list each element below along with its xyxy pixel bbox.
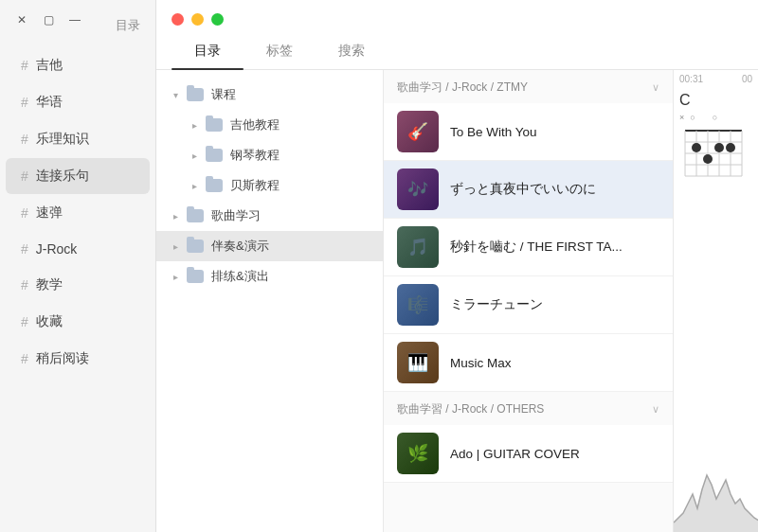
song-title: To Be With You	[450, 125, 537, 139]
tab-catalog[interactable]: 目录	[171, 35, 244, 69]
folder-icon	[187, 209, 204, 222]
svg-point-13	[726, 143, 735, 152]
minimize-button[interactable]	[191, 13, 204, 26]
sidebar-item-jrock[interactable]: # J-Rock	[6, 232, 150, 266]
sidebar-item-teaching[interactable]: # 教学	[6, 267, 150, 303]
sidebar-item-label: 教学	[36, 276, 63, 293]
hash-icon: #	[21, 205, 28, 221]
tree-item-label: 贝斯教程	[230, 177, 371, 194]
close-window-icon[interactable]: ✕	[15, 13, 28, 27]
waveform-area	[674, 456, 758, 532]
sidebar-item-label: 连接乐句	[36, 168, 89, 185]
song-thumbnail: 🎵	[397, 226, 439, 268]
hash-icon: #	[21, 277, 28, 293]
time-start: 00:31	[679, 74, 703, 84]
window-controls	[156, 0, 758, 35]
expand-arrow-icon: ▸	[187, 148, 202, 163]
hash-icon: #	[21, 168, 28, 184]
hash-icon: #	[21, 95, 28, 110]
song-thumbnail: 🎼	[397, 284, 439, 326]
song-title: Ado | GUITAR COVER	[450, 447, 580, 461]
expand-arrow-icon: ▸	[187, 117, 202, 133]
tab-search[interactable]: 搜索	[316, 35, 388, 69]
chord-name: C	[679, 92, 752, 109]
song-title: ミラーチューン	[450, 296, 543, 313]
folder-icon	[206, 179, 223, 192]
minimize-window-icon[interactable]: —	[68, 13, 81, 27]
song-title: Music Max	[450, 356, 512, 370]
tree-item-song-learning[interactable]: ▸ 歌曲学习	[156, 201, 383, 231]
sidebar-item-favorites[interactable]: # 收藏	[6, 304, 150, 340]
sidebar-item-connect[interactable]: # 连接乐句	[6, 158, 150, 194]
expand-arrow-icon: ▸	[168, 269, 183, 284]
close-button[interactable]	[171, 13, 184, 26]
song-thumbnail: 🌿	[397, 433, 439, 474]
sidebar-item-guitar[interactable]: # 吉他	[6, 47, 150, 83]
sidebar-item-speed[interactable]: # 速弹	[6, 195, 150, 231]
song-item-zutto[interactable]: 🎶 ずっと真夜中でいいのに	[384, 161, 673, 219]
sidebar-item-label: 速弹	[36, 204, 63, 222]
song-section-header-others[interactable]: 歌曲学習 / J-Rock / OTHERS ∨	[384, 392, 673, 425]
expand-arrow-icon: ▾	[168, 87, 183, 102]
chevron-down-icon: ∨	[652, 81, 659, 94]
tree-item-label: 排练&演出	[211, 268, 371, 285]
song-thumbnail: 🎶	[397, 168, 439, 210]
folder-icon	[187, 270, 204, 283]
expand-arrow-icon: ▸	[168, 239, 183, 254]
sidebar-item-label: 华语	[36, 94, 63, 111]
sidebar-item-label: 收藏	[36, 313, 63, 330]
hash-icon: #	[21, 132, 28, 147]
svg-point-11	[692, 143, 701, 152]
folder-icon	[206, 118, 223, 132]
tree-item-guitar-tutorial[interactable]: ▸ 吉他教程	[175, 110, 383, 140]
chord-diagram: C ×○○	[674, 88, 758, 199]
song-item-byo[interactable]: 🎵 秒針を嚙む / THE FIRST TA...	[384, 219, 673, 276]
sidebar-item-readlater[interactable]: # 稍后阅读	[6, 341, 150, 377]
song-thumbnail: 🎹	[397, 342, 439, 383]
song-item-mirror[interactable]: 🎼 ミラーチューン	[384, 276, 673, 334]
tree-item-accompany[interactable]: ▸ 伴奏&演示	[156, 231, 383, 261]
sidebar-item-label: 稍后阅读	[36, 350, 89, 367]
sidebar-item-label: 乐理知识	[36, 131, 89, 148]
chevron-down-icon: ∨	[652, 403, 659, 416]
section-title: 歌曲学习 / J-Rock / ZTMY	[397, 80, 528, 96]
file-tree: ▾ 课程 ▸ 吉他教程 ▸ 钢琴教程 ▸ 贝斯教程	[156, 70, 384, 532]
tree-item-bass-tutorial[interactable]: ▸ 贝斯教程	[175, 170, 383, 201]
chord-grid-svg	[679, 125, 748, 191]
folder-icon	[187, 239, 204, 253]
hash-icon: #	[21, 241, 28, 257]
tab-tags[interactable]: 标签	[244, 35, 316, 69]
tree-item-rehearsal[interactable]: ▸ 排练&演出	[156, 261, 383, 292]
hash-icon: #	[21, 351, 28, 366]
expand-arrow-icon: ▸	[187, 178, 202, 193]
song-item-ado[interactable]: 🌿 Ado | GUITAR COVER	[384, 425, 673, 483]
song-item-music-max[interactable]: 🎹 Music Max	[384, 334, 673, 392]
tab-bar: 目录 标签 搜索	[156, 35, 758, 70]
folder-icon	[187, 88, 204, 101]
svg-marker-15	[674, 475, 758, 532]
content-area: ▾ 课程 ▸ 吉他教程 ▸ 钢琴教程 ▸ 贝斯教程	[156, 70, 758, 532]
maximize-button[interactable]	[211, 13, 224, 26]
svg-point-12	[714, 143, 724, 152]
tree-item-label: 课程	[211, 86, 371, 103]
song-section-header-ztmy[interactable]: 歌曲学习 / J-Rock / ZTMY ∨	[384, 70, 673, 103]
maximize-window-icon[interactable]: ▢	[42, 13, 55, 27]
tree-item-courses[interactable]: ▾ 课程	[156, 80, 383, 110]
chord-panel: 00:31 00 C ×○○	[673, 70, 758, 532]
song-item-to-be-with-you[interactable]: 🎸 To Be With You	[384, 103, 673, 161]
song-thumbnail: 🎸	[397, 111, 439, 152]
main-area: 目录 标签 搜索 ▾ 课程 ▸ 吉他教程 ▸ 钢琴教程	[156, 0, 758, 532]
tree-item-piano-tutorial[interactable]: ▸ 钢琴教程	[175, 140, 383, 170]
tree-item-label: 吉他教程	[230, 116, 371, 133]
section-title: 歌曲学習 / J-Rock / OTHERS	[397, 401, 544, 417]
tree-item-label: 钢琴教程	[230, 147, 371, 164]
sidebar-item-music-theory[interactable]: # 乐理知识	[6, 121, 150, 157]
tree-item-label: 伴奏&演示	[211, 238, 371, 255]
time-end: 00	[742, 74, 752, 84]
song-list: 歌曲学习 / J-Rock / ZTMY ∨ 🎸 To Be With You …	[384, 70, 673, 532]
svg-point-14	[703, 154, 713, 164]
hash-icon: #	[21, 314, 28, 329]
sidebar-item-chinese[interactable]: # 华语	[6, 84, 150, 120]
song-title: ずっと真夜中でいいのに	[450, 181, 596, 198]
tree-item-label: 歌曲学习	[211, 207, 371, 224]
